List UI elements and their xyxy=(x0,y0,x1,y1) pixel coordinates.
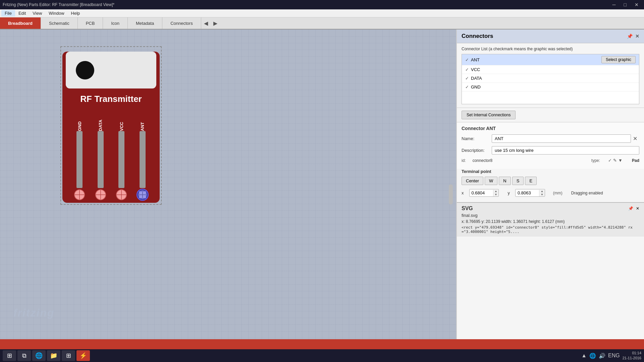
scroll-handle[interactable] xyxy=(449,184,453,204)
tab-prev-button[interactable]: ◀ xyxy=(201,17,211,29)
connector-ant-check: ✓ xyxy=(465,57,469,62)
menu-help[interactable]: Help xyxy=(68,10,84,16)
tab-breadboard[interactable]: Breadboard xyxy=(0,17,41,29)
unit-label: (mm) xyxy=(553,191,562,195)
browser-button[interactable]: 🌐 xyxy=(32,350,46,361)
connector-item-data[interactable]: ✓ DATA xyxy=(462,74,639,83)
app-title: Fritzing (New) Parts Editor: RF Transmit… xyxy=(3,2,114,7)
y-spinners: ▲ ▼ xyxy=(539,190,545,196)
pin-ant-shaft xyxy=(140,131,146,188)
y-label: y xyxy=(507,190,510,195)
connector-detail-title: Connector ANT xyxy=(462,126,639,131)
taskbar-clock: 01:14 21-11-2016 xyxy=(623,351,641,361)
terminal-n-button[interactable]: N xyxy=(499,177,511,185)
terminal-buttons: Center W N S E xyxy=(462,177,639,185)
terminal-title: Terminal point xyxy=(462,169,639,174)
pin-gnd: GND xyxy=(74,111,85,200)
fritzing-taskbar-btn[interactable]: ⚡ xyxy=(76,350,90,361)
y-input[interactable] xyxy=(516,189,539,196)
pad-label: Pad xyxy=(632,158,639,163)
pin-gnd-circle[interactable] xyxy=(74,189,85,200)
folder-button[interactable]: 📁 xyxy=(47,350,60,361)
pin-vcc-circle[interactable] xyxy=(116,189,127,200)
tabbar: Breadboard Schematic PCB Icon Metadata C… xyxy=(0,17,644,29)
x-up-button[interactable]: ▲ xyxy=(493,190,499,193)
tab-icon[interactable]: Icon xyxy=(103,17,128,29)
menu-view[interactable]: View xyxy=(29,10,45,16)
menu-window[interactable]: Window xyxy=(45,10,67,16)
tab-pcb[interactable]: PCB xyxy=(78,17,103,29)
component-circle xyxy=(76,61,94,79)
pins-area: GND DATA VCC xyxy=(62,108,160,200)
connector-gnd-name: GND xyxy=(471,84,636,89)
name-row: Name: ✕ xyxy=(462,134,639,143)
main-layout: fritzing RF Transmitter GND xyxy=(0,29,644,339)
connectors-pin-icon[interactable]: 📌 xyxy=(627,34,633,39)
taskbar: ⊞ ⧉ 🌐 📁 ⊞ ⚡ ▲ 🌐 🔊 ENG 01:14 21-11-2016 xyxy=(0,349,644,362)
connector-data-name: DATA xyxy=(471,76,636,81)
svg-pin-icon[interactable]: 📌 xyxy=(628,206,633,211)
set-internal-connections-button[interactable]: Set Internal Connections xyxy=(462,111,516,119)
id-type-row: id: connector8 type: ✓ ✎ ▼ Pad xyxy=(462,158,639,163)
x-down-button[interactable]: ▼ xyxy=(493,193,499,196)
tab-metadata[interactable]: Metadata xyxy=(128,17,162,29)
canvas-area[interactable]: fritzing RF Transmitter GND xyxy=(0,29,456,339)
y-down-button[interactable]: ▼ xyxy=(539,193,545,196)
svg-title: SVG xyxy=(462,205,473,212)
x-input[interactable] xyxy=(470,189,493,196)
maximize-button[interactable]: □ xyxy=(621,1,629,8)
connectors-header: Connectors 📌 ✕ xyxy=(457,29,644,43)
terminal-w-button[interactable]: W xyxy=(485,177,497,185)
taskbar-date-display: 21-11-2016 xyxy=(623,356,641,361)
taskbar-sound-icon[interactable]: 🔊 xyxy=(599,353,605,359)
terminal-e-button[interactable]: E xyxy=(525,177,537,185)
tab-next-button[interactable]: ▶ xyxy=(211,17,220,29)
x-label: x xyxy=(462,190,464,195)
pin-ant-circle[interactable] xyxy=(137,189,148,200)
taskbar-network-icon[interactable]: 🌐 xyxy=(589,353,596,359)
type-check-icon[interactable]: ✓ xyxy=(608,158,612,163)
terminal-center-button[interactable]: Center xyxy=(462,177,483,185)
x-spinners: ▲ ▼ xyxy=(493,190,499,196)
type-icons: ✓ ✎ ▼ xyxy=(608,158,623,163)
tab-connectors[interactable]: Connectors xyxy=(162,17,201,29)
svg-section: SVG 📌 ✕ final.svg x: 8.76695 y: 20.1139 … xyxy=(457,202,644,237)
taskbar-lang-icon[interactable]: ENG xyxy=(608,353,620,359)
canvas-background: fritzing RF Transmitter GND xyxy=(0,29,456,339)
name-input[interactable] xyxy=(492,134,631,143)
close-button[interactable]: ✕ xyxy=(632,1,641,8)
type-edit-icon[interactable]: ✎ xyxy=(613,158,617,163)
connector-vcc-name: VCC xyxy=(471,67,636,72)
menu-edit[interactable]: Edit xyxy=(15,10,29,16)
menu-file[interactable]: File xyxy=(1,10,15,16)
connector-item-vcc[interactable]: ✓ VCC xyxy=(462,65,639,74)
description-input[interactable] xyxy=(492,146,639,155)
apps-button[interactable]: ⊞ xyxy=(62,350,75,361)
y-up-button[interactable]: ▲ xyxy=(539,190,545,193)
connector-gnd-check: ✓ xyxy=(465,84,469,89)
type-down-icon[interactable]: ▼ xyxy=(618,158,623,163)
task-view-button[interactable]: ⧉ xyxy=(17,350,31,361)
svg-close-icon[interactable]: ✕ xyxy=(636,206,639,211)
connector-item-gnd[interactable]: ✓ GND xyxy=(462,83,639,92)
connectors-close-icon[interactable]: ✕ xyxy=(635,34,639,39)
pin-data-circle[interactable] xyxy=(95,189,106,200)
component-top-panel xyxy=(66,52,156,88)
taskbar-arrow-icon[interactable]: ▲ xyxy=(581,353,587,359)
fritzing-watermark: fritzing xyxy=(13,307,55,319)
minimize-button[interactable]: ─ xyxy=(610,1,619,8)
connector-item-ant[interactable]: ✓ ANT Select graphic xyxy=(462,54,639,65)
tab-schematic[interactable]: Schematic xyxy=(41,17,78,29)
select-graphic-button[interactable]: Select graphic xyxy=(601,56,636,63)
component-wrapper[interactable]: RF Transmitter GND DATA xyxy=(60,46,162,205)
dragging-label: Dragging enabled xyxy=(571,191,603,195)
svg-coords: x: 8.76695 y: 20.1139 width: 1.36071 hei… xyxy=(462,219,639,224)
id-value: connector8 xyxy=(473,158,492,163)
coord-row: x ▲ ▼ y ▲ ▼ (mm) Dragging xyxy=(462,189,639,197)
description-label: Description: xyxy=(462,148,492,153)
start-button[interactable]: ⊞ xyxy=(3,350,16,361)
name-clear-button[interactable]: ✕ xyxy=(631,135,639,142)
terminal-s-button[interactable]: S xyxy=(512,177,524,185)
svg-filename: final.svg xyxy=(462,213,639,218)
connectors-header-icons: 📌 ✕ xyxy=(627,34,639,39)
